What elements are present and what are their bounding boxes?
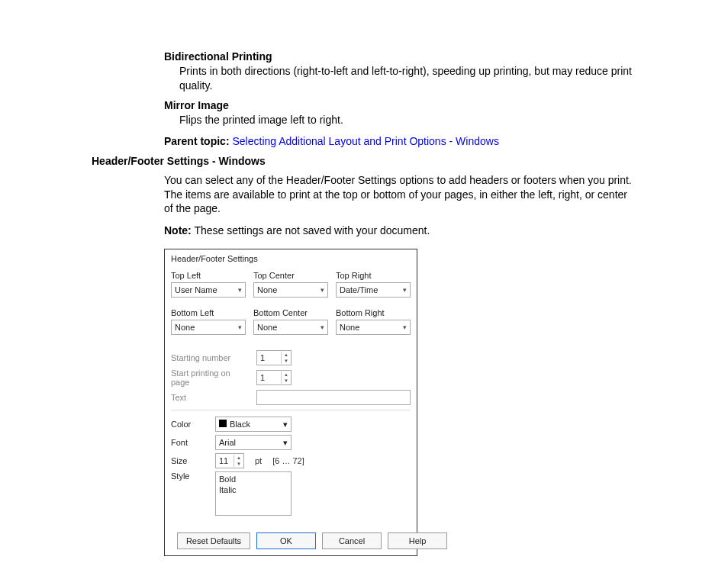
chevron-down-icon: ▾ (403, 323, 407, 331)
desc-bidirectional: Prints in both directions (right-to-left… (179, 64, 636, 93)
dialog-title: Header/Footer Settings (165, 249, 417, 268)
size-range: [6 … 72] (272, 456, 304, 465)
style-label: Style (171, 471, 209, 481)
chevron-down-icon: ▾ (403, 286, 407, 294)
desc-mirror: Flips the printed image left to right. (179, 113, 636, 127)
divider (171, 410, 411, 410)
ok-button[interactable]: OK (256, 532, 316, 549)
size-value: 11 (216, 456, 234, 465)
bottom-left-value: None (175, 323, 195, 332)
bottom-left-select[interactable]: None ▾ (171, 320, 246, 335)
font-label: Font (171, 438, 209, 447)
section-title: Header/Footer Settings - Windows (92, 155, 636, 167)
chevron-down-icon: ▾ (283, 420, 288, 429)
top-right-select[interactable]: Date/Time ▾ (336, 282, 411, 298)
starting-number-label: Starting number (171, 353, 250, 362)
top-left-label: Top Left (171, 271, 246, 280)
note-label: Note: (164, 224, 192, 236)
bottom-center-value: None (257, 323, 277, 332)
chevron-down-icon: ▾ (238, 286, 242, 294)
color-select[interactable]: Black ▾ (215, 417, 292, 432)
size-label: Size (171, 456, 209, 465)
spinner-arrows-icon: ▲▼ (281, 352, 291, 364)
color-value: Black (230, 420, 250, 429)
parent-topic-line: Parent topic: Selecting Additional Layou… (164, 135, 636, 147)
top-right-label: Top Right (336, 271, 411, 280)
bottom-right-label: Bottom Right (336, 308, 411, 317)
bottom-center-select[interactable]: None ▾ (253, 320, 328, 335)
bottom-right-value: None (340, 323, 359, 332)
text-input[interactable] (256, 390, 411, 405)
cancel-button[interactable]: Cancel (322, 532, 382, 549)
chevron-down-icon: ▾ (238, 323, 242, 331)
style-listbox[interactable]: Bold Italic (215, 471, 292, 516)
chevron-down-icon: ▾ (321, 286, 324, 294)
chevron-down-icon: ▾ (283, 438, 288, 448)
note-text: These settings are not saved with your d… (192, 224, 430, 236)
top-left-select[interactable]: User Name ▾ (171, 282, 246, 298)
top-center-select[interactable]: None ▾ (253, 282, 328, 298)
size-spinner[interactable]: 11 ▲▼ (215, 453, 244, 468)
chevron-down-icon: ▾ (321, 323, 324, 331)
header-footer-dialog: Header/Footer Settings Top Left User Nam… (164, 249, 417, 556)
starting-number-value: 1 (257, 353, 281, 362)
bottom-right-select[interactable]: None ▾ (336, 320, 411, 335)
starting-number-spinner[interactable]: 1 ▲▼ (256, 350, 292, 365)
note-paragraph: Note: These settings are not saved with … (164, 224, 636, 238)
help-button[interactable]: Help (388, 532, 447, 549)
style-option-bold[interactable]: Bold (219, 475, 288, 485)
top-center-value: None (257, 285, 277, 294)
reset-defaults-button[interactable]: Reset Defaults (177, 532, 250, 549)
start-on-page-label: Start printing on page (171, 368, 250, 387)
style-option-italic[interactable]: Italic (219, 485, 288, 496)
font-select[interactable]: Arial ▾ (215, 435, 292, 450)
text-label: Text (171, 393, 250, 402)
top-right-value: Date/Time (340, 285, 378, 294)
term-bidirectional: Bidirectional Printing (164, 50, 636, 63)
parent-topic-link[interactable]: Selecting Additional Layout and Print Op… (232, 135, 498, 147)
size-unit: pt (255, 456, 262, 465)
bottom-center-label: Bottom Center (253, 308, 328, 317)
start-on-page-spinner[interactable]: 1 ▲▼ (256, 370, 292, 385)
spinner-arrows-icon: ▲▼ (234, 455, 243, 467)
bottom-left-label: Bottom Left (171, 308, 246, 317)
color-label: Color (171, 420, 209, 429)
top-center-label: Top Center (253, 271, 328, 280)
color-swatch-icon (219, 420, 227, 427)
parent-topic-label: Parent topic: (164, 135, 230, 147)
top-left-value: User Name (175, 285, 217, 294)
spinner-arrows-icon: ▲▼ (281, 372, 291, 384)
intro-paragraph: You can select any of the Header/Footer … (164, 173, 636, 217)
term-mirror: Mirror Image (164, 99, 636, 111)
font-value: Arial (219, 438, 283, 447)
start-on-page-value: 1 (257, 373, 281, 382)
